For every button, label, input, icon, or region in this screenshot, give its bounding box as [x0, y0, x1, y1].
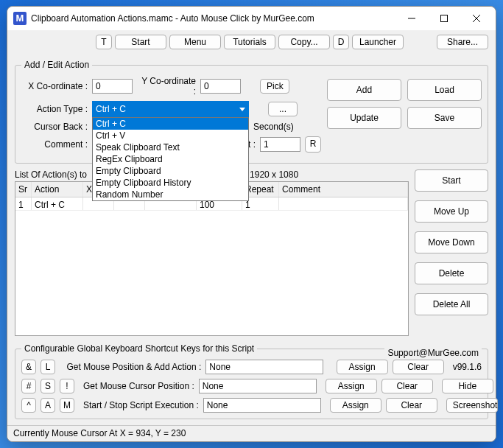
x-input[interactable] [92, 79, 133, 94]
sc-input-1[interactable] [205, 360, 323, 374]
close-button[interactable] [460, 8, 493, 29]
add-edit-legend: Add / Edit Action [21, 60, 92, 70]
action-type-value: Ctrl + C [96, 104, 126, 114]
a-button[interactable]: A [41, 398, 55, 413]
caret-button[interactable]: ^ [21, 398, 36, 413]
start-button[interactable]: Start [115, 35, 166, 49]
minimize-button[interactable] [395, 8, 428, 29]
launcher-button[interactable]: Launcher [352, 35, 404, 49]
cursor-back-label: Cursor Back : [21, 122, 88, 132]
sc-label-1: Get Mouse Position & Add Action : [67, 362, 202, 372]
shortcut-fieldset: Configurable Global Keyboard Shortcut Ke… [15, 343, 488, 419]
app-icon: M [13, 12, 27, 25]
menu-button[interactable]: Menu [169, 35, 221, 49]
version-label: v99.1.6 [453, 362, 482, 372]
pick-button[interactable]: Pick [260, 79, 289, 94]
hide-button[interactable]: Hide [442, 379, 493, 393]
option-random[interactable]: Random Number [93, 189, 248, 200]
option-empty[interactable]: Empty Clipboard [93, 165, 248, 177]
s-button[interactable]: S [41, 379, 55, 393]
m-button[interactable]: M [60, 398, 74, 413]
list-start-button[interactable]: Start [415, 169, 488, 192]
update-button[interactable]: Update [327, 107, 401, 129]
add-edit-fieldset: Add / Edit Action X Co-ordinate : Y Co-o… [15, 60, 488, 164]
option-speak[interactable]: Speak Clipboard Text [93, 141, 248, 153]
amp-button[interactable]: & [21, 360, 36, 374]
comment-label: Comment : [21, 139, 88, 150]
movedown-button[interactable]: Move Down [415, 231, 488, 253]
assign-3[interactable]: Assign [330, 398, 381, 413]
app-window: M Clipboard Automation Actions.mamc - Au… [7, 6, 496, 442]
option-ctrl-c[interactable]: Ctrl + C [93, 118, 248, 130]
t-button[interactable]: T [96, 35, 112, 49]
y-label: Y Co-ordinate : [137, 76, 196, 97]
status-bar: Currently Mouse Cursor At X = 934, Y = 2… [7, 425, 496, 441]
option-ctrl-v[interactable]: Ctrl + V [93, 130, 248, 141]
action-type-list: Ctrl + C Ctrl + V Speak Clipboard Text R… [92, 117, 249, 201]
bang-button[interactable]: ! [60, 379, 74, 393]
save-button[interactable]: Save [407, 107, 482, 129]
action-type-dropdown[interactable]: Ctrl + C Ctrl + C Ctrl + V Speak Clipboa… [92, 101, 249, 117]
chevron-down-icon [239, 108, 245, 111]
option-regex[interactable]: RegEx Clipboard [93, 153, 248, 165]
share-button[interactable]: Share... [437, 35, 488, 49]
option-empty-hist[interactable]: Empty Clipboard History [93, 177, 248, 189]
clear-3[interactable]: Clear [386, 398, 437, 413]
svg-rect-1 [441, 15, 448, 22]
titlebar: M Clipboard Automation Actions.mamc - Au… [7, 7, 496, 30]
add-button[interactable]: Add [327, 79, 401, 101]
hash-button[interactable]: # [21, 379, 36, 393]
col-sr[interactable]: Sr [15, 182, 32, 197]
sc-input-2[interactable] [199, 379, 317, 393]
clear-1[interactable]: Clear [393, 360, 444, 374]
ellipsis-button[interactable]: ... [268, 102, 298, 116]
script-repeat-input[interactable] [260, 137, 300, 152]
moveup-button[interactable]: Move Up [415, 200, 488, 223]
deleteall-button[interactable]: Delete All [415, 293, 488, 315]
seconds-label: Second(s) [253, 122, 294, 132]
top-toolbar: T Start Menu Tutorials Copy... D Launche… [7, 33, 496, 51]
l-button[interactable]: L [41, 360, 55, 374]
support-link[interactable]: Support@MurGee.com [384, 348, 482, 358]
delete-button[interactable]: Delete [415, 262, 488, 284]
y-input[interactable] [200, 79, 241, 94]
r-button[interactable]: R [305, 136, 321, 153]
sc-label-2: Get Mouse Cursor Position : [83, 381, 194, 391]
actions-grid[interactable]: Sr Action X Y Cursor Back Delay (ms) Rep… [15, 181, 409, 336]
assign-2[interactable]: Assign [326, 379, 377, 393]
d-button[interactable]: D [333, 35, 349, 49]
col-comment[interactable]: Comment [279, 182, 408, 197]
shortcut-legend: Configurable Global Keyboard Shortcut Ke… [21, 343, 257, 354]
tutorials-button[interactable]: Tutorials [224, 35, 275, 49]
maximize-button[interactable] [428, 8, 460, 29]
load-button[interactable]: Load [407, 79, 482, 101]
clear-2[interactable]: Clear [381, 379, 433, 393]
window-title: Clipboard Automation Actions.mamc - Auto… [31, 13, 395, 24]
screenshot-button[interactable]: Screenshot [446, 398, 498, 413]
action-type-label: Action Type : [21, 104, 88, 114]
col-action[interactable]: Action [32, 182, 83, 197]
sc-input-3[interactable] [203, 398, 321, 413]
assign-1[interactable]: Assign [337, 360, 388, 374]
x-label: X Co-ordinate : [21, 81, 88, 91]
sc-label-3: Start / Stop Script Execution : [83, 400, 199, 410]
copy-button[interactable]: Copy... [278, 35, 330, 49]
